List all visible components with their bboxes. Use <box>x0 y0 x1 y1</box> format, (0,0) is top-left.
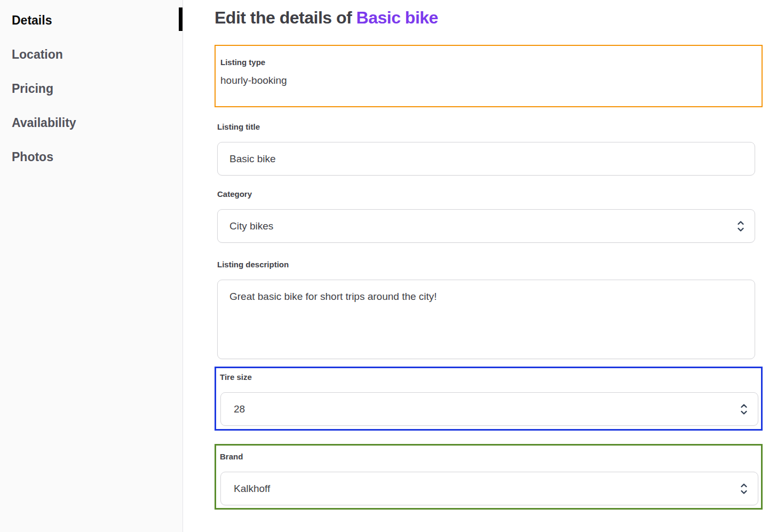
listing-type-group: Listing type hourly-booking <box>215 45 763 107</box>
brand-select[interactable]: Kalkhoff <box>220 472 758 505</box>
brand-label: Brand <box>220 452 757 462</box>
tire-size-select-value: 28 <box>234 403 245 415</box>
sidebar-item-location[interactable]: Location <box>12 47 183 62</box>
tire-size-group: Tire size 28 <box>215 367 763 431</box>
page-title: Edit the details of Basic bike <box>215 7 777 28</box>
listing-type-value: hourly-booking <box>220 74 757 87</box>
page-title-listing-name: Basic bike <box>356 8 438 27</box>
listing-description-textarea[interactable]: Great basic bike for short trips around … <box>217 280 755 359</box>
brand-select-value: Kalkhoff <box>234 483 270 495</box>
listing-type-label: Listing type <box>220 58 757 67</box>
sidebar-item-details[interactable]: Details <box>12 13 183 28</box>
tire-size-select[interactable]: 28 <box>220 392 758 426</box>
brand-group: Brand Kalkhoff <box>215 444 763 510</box>
page-title-prefix: Edit the details of <box>215 8 356 27</box>
chevron-up-down-icon <box>740 483 748 495</box>
sidebar-item-pricing[interactable]: Pricing <box>12 81 183 96</box>
form: Listing type hourly-booking Listing titl… <box>215 45 763 510</box>
sidebar-item-photos[interactable]: Photos <box>12 149 183 164</box>
listing-title-input[interactable] <box>217 142 755 176</box>
main-content: Edit the details of Basic bike Listing t… <box>183 0 777 532</box>
active-tab-indicator <box>179 7 183 31</box>
chevron-up-down-icon <box>740 403 748 415</box>
sidebar-item-availability[interactable]: Availability <box>12 115 183 130</box>
category-select[interactable]: City bikes <box>217 209 755 243</box>
app-window: Details Location Pricing Availability Ph… <box>0 0 777 532</box>
category-select-value: City bikes <box>229 220 273 232</box>
chevron-up-down-icon <box>736 220 745 232</box>
category-label: Category <box>217 189 763 199</box>
listing-description-label: Listing description <box>217 260 763 269</box>
tire-size-label: Tire size <box>220 372 757 382</box>
listing-title-label: Listing title <box>217 122 763 132</box>
sidebar: Details Location Pricing Availability Ph… <box>0 0 183 532</box>
